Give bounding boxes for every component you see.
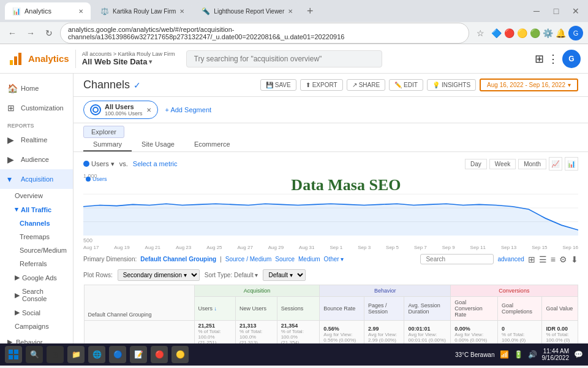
chart-users-label: Users	[86, 176, 107, 182]
source-medium-link[interactable]: Source / Medium	[225, 256, 272, 263]
taskbar-search-button[interactable]: 🔍	[26, 346, 43, 363]
minimize-button[interactable]: ─	[529, 4, 544, 18]
insights-button[interactable]: 💡 INSIGHTS	[427, 79, 476, 91]
sidebar-item-campaigns[interactable]: Campaigns	[0, 320, 73, 333]
sort-type-select[interactable]: Default ▾	[263, 269, 306, 281]
week-button[interactable]: Week	[489, 159, 516, 169]
day-button[interactable]: Day	[465, 159, 487, 169]
edit-button[interactable]: ✏️ EDIT	[389, 79, 423, 91]
sidebar-item-all-traffic[interactable]: ▾ All Traffic	[0, 202, 73, 217]
taskbar-start-button[interactable]	[5, 346, 22, 363]
account-selector[interactable]: All accounts > Kartika Rouly Law Firm Al…	[82, 51, 175, 66]
bookmark-button[interactable]: ☆	[473, 26, 488, 40]
month-button[interactable]: Month	[518, 159, 546, 169]
sort-type-label: Sort Type: Default ▾	[205, 272, 258, 278]
chart-bar-icon[interactable]: 📊	[565, 157, 578, 171]
tab-site-usage[interactable]: Site Usage	[132, 138, 184, 151]
tab-analytics[interactable]: 📊 Analytics ✕	[5, 2, 91, 20]
address-bar[interactable]: analytics.google.com/analytics/web/#/rep…	[60, 23, 469, 44]
refresh-button[interactable]: ↻	[42, 26, 56, 40]
chart-metric-controls: Users ▾ vs. Select a metric	[83, 160, 178, 168]
medium-link[interactable]: Medium	[298, 256, 320, 263]
th-goal-completions[interactable]: Goal Completions	[498, 297, 542, 321]
sidebar-item-home[interactable]: 🏠 Home	[0, 79, 73, 98]
sidebar-item-overview[interactable]: Overview	[0, 189, 73, 202]
taskbar-edge-button[interactable]: 🔵	[109, 346, 126, 363]
sidebar-item-customization[interactable]: ⊞ Customization	[0, 98, 73, 118]
save-button[interactable]: 💾 SAVE	[260, 79, 296, 91]
tab-label-analytics: Analytics	[24, 7, 51, 15]
taskbar-file-explorer-button[interactable]: 📁	[67, 346, 85, 363]
tab-favicon-kartika: ⚖️	[100, 7, 109, 15]
taskbar-task-view-button[interactable]: ⊞	[47, 346, 64, 363]
back-button[interactable]: ←	[5, 26, 20, 40]
share-button[interactable]: ↗ SHARE	[347, 79, 385, 91]
th-pages-session[interactable]: Pages / Session	[364, 297, 404, 321]
other-link[interactable]: Other ▾	[324, 256, 344, 263]
search-input[interactable]	[186, 50, 382, 67]
tab-close-lighthouse[interactable]: ✕	[288, 8, 293, 15]
advanced-link[interactable]: advanced	[497, 256, 524, 263]
sidebar-item-search-console[interactable]: ▶ Search Console	[0, 285, 73, 305]
sidebar-item-audience[interactable]: ▶ Audience	[0, 150, 73, 169]
sidebar-item-acquisition[interactable]: ▾ Acquisition	[0, 169, 73, 189]
forward-button[interactable]: →	[23, 26, 38, 40]
sidebar-item-source-medium[interactable]: Source/Medium	[0, 243, 73, 257]
segment-pill[interactable]: All Users 100.00% Users ✕	[83, 101, 158, 119]
taskbar-battery-icon: 🔋	[514, 350, 523, 359]
taskbar-app1-button[interactable]: 🔴	[151, 346, 168, 363]
th-bounce-rate[interactable]: Bounce Rate	[320, 297, 364, 321]
tab-close-analytics[interactable]: ✕	[78, 8, 83, 15]
tab-summary[interactable]: Summary	[83, 138, 132, 151]
date-range-button[interactable]: Aug 16, 2022 - Sep 16, 2022 ▾	[480, 79, 578, 91]
tab-lighthouse[interactable]: 🔦 Lighthouse Report Viewer ✕	[194, 2, 300, 20]
table-view-icon-3[interactable]: ≡	[551, 255, 556, 264]
segment-close-icon[interactable]: ✕	[146, 107, 151, 113]
explorer-tab-label[interactable]: Explorer	[83, 126, 124, 138]
default-channel-link[interactable]: Default Channel Grouping	[140, 256, 216, 263]
table-view-icon-1[interactable]: ⊞	[528, 255, 535, 264]
close-button[interactable]: ✕	[568, 4, 583, 18]
maximize-button[interactable]: □	[549, 4, 564, 18]
sidebar-label-realtime: Realtime	[21, 136, 47, 144]
th-users[interactable]: Users ↓	[194, 297, 236, 321]
apps-icon[interactable]: ⊞	[535, 52, 544, 66]
sidebar-item-behavior[interactable]: ▶ Behavior	[0, 333, 73, 343]
th-avg-duration[interactable]: Avg. Session Duration	[404, 297, 451, 321]
select-metric[interactable]: Select a metric	[133, 160, 178, 167]
source-link[interactable]: Source	[275, 256, 295, 263]
sidebar-item-realtime[interactable]: ▶ Realtime	[0, 130, 73, 150]
secondary-dimension-select[interactable]: Secondary dimension ▾	[118, 269, 200, 281]
table-settings-icon[interactable]: ⚙	[559, 255, 567, 264]
sidebar-item-social[interactable]: ▶ Social	[0, 305, 73, 320]
tab-kartika[interactable]: ⚖️ Kartika Rouly Law Firm ✕	[93, 2, 192, 20]
taskbar-office-button[interactable]: 📝	[130, 346, 147, 363]
sidebar-item-google-ads[interactable]: ▶ Google Ads	[0, 270, 73, 285]
table-download-icon[interactable]: ⬇	[571, 255, 578, 264]
th-new-users[interactable]: New Users	[236, 297, 277, 321]
th-sessions[interactable]: Sessions	[277, 297, 320, 321]
th-goal-value[interactable]: Goal Value	[542, 297, 578, 321]
add-segment-button[interactable]: + Add Segment	[165, 106, 212, 113]
sidebar-item-channels[interactable]: Channels ⇐	[0, 217, 73, 230]
taskbar-notification-icon[interactable]: 💬	[574, 350, 583, 359]
chart-line-icon[interactable]: 📈	[549, 157, 562, 171]
table-search-input[interactable]	[420, 254, 494, 264]
new-tab-button[interactable]: +	[303, 4, 317, 18]
export-button[interactable]: ⬆ EXPORT	[300, 79, 343, 91]
avatar[interactable]: G	[562, 50, 581, 68]
settings-icon[interactable]: ⋮	[548, 52, 559, 66]
taskbar-app2-button[interactable]: 🟡	[172, 346, 189, 363]
tab-ecommerce[interactable]: Ecommerce	[184, 138, 240, 151]
sidebar-item-referrals[interactable]: Referrals	[0, 257, 73, 270]
behavior-caret: ▶	[7, 338, 12, 343]
th-goal-conv-rate[interactable]: Goal Conversion Rate	[451, 297, 498, 321]
metric-dropdown[interactable]: Users ▾	[83, 160, 115, 168]
sidebar-item-treemaps[interactable]: Treemaps	[0, 230, 73, 243]
chart-container: 1,000 500 Data Masa SEO	[83, 173, 578, 250]
taskbar-chrome-button[interactable]: 🌐	[88, 346, 105, 363]
tab-close-kartika[interactable]: ✕	[179, 8, 184, 15]
chart-section: Users ▾ vs. Select a metric Day Week	[74, 152, 588, 250]
channels-title: Channels	[83, 79, 130, 91]
table-view-icon-2[interactable]: ☰	[539, 255, 547, 264]
